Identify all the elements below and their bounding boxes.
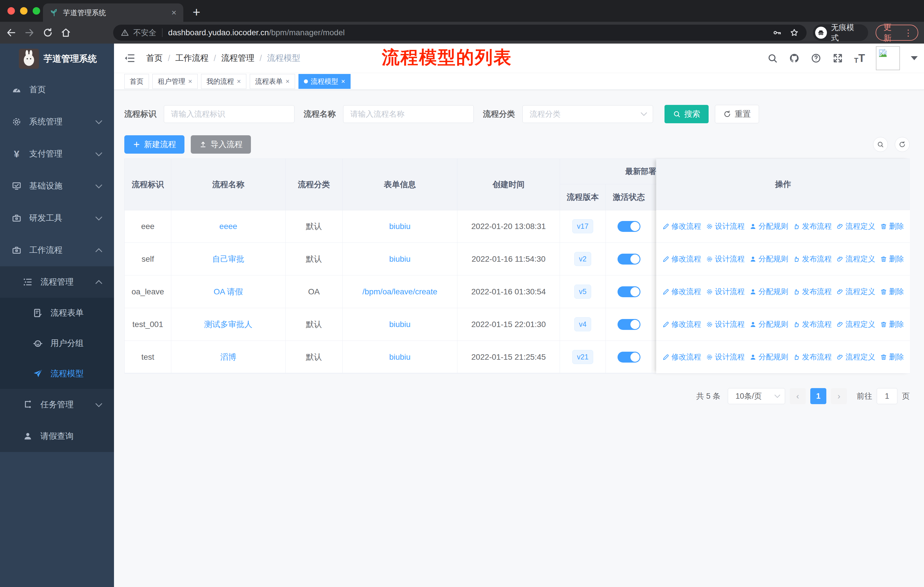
browser-menu-icon[interactable]: ⋮ (904, 28, 912, 38)
process-name-input[interactable] (343, 105, 474, 123)
browser-update-button[interactable]: 更新 ⋮ (876, 25, 918, 41)
github-icon[interactable] (789, 53, 800, 64)
form-link[interactable]: biubiu (389, 320, 411, 329)
design-process-link[interactable]: 设计流程 (706, 287, 745, 297)
back-icon[interactable] (6, 27, 16, 38)
tag-home[interactable]: 首页 (124, 74, 149, 89)
assign-rule-link[interactable]: 分配规则 (749, 352, 788, 362)
process-definition-link[interactable]: 流程定义 (837, 352, 875, 362)
process-id-input[interactable] (164, 105, 294, 123)
sidebar-item-workflow[interactable]: 工作流程 (0, 234, 114, 266)
publish-process-link[interactable]: 发布流程 (793, 352, 832, 362)
edit-process-link[interactable]: 修改流程 (662, 319, 701, 329)
window-minimize-button[interactable] (20, 7, 28, 15)
page-1-button[interactable]: 1 (810, 388, 826, 404)
active-toggle[interactable] (617, 352, 640, 362)
design-process-link[interactable]: 设计流程 (706, 254, 745, 264)
delete-link[interactable]: 删除 (880, 221, 904, 231)
design-process-link[interactable]: 设计流程 (706, 352, 745, 362)
publish-process-link[interactable]: 发布流程 (793, 221, 832, 231)
avatar-caret-icon[interactable] (911, 56, 918, 60)
publish-process-link[interactable]: 发布流程 (793, 254, 832, 264)
page-size-select[interactable]: 10条/页 (728, 388, 785, 404)
process-definition-link[interactable]: 流程定义 (837, 319, 875, 329)
delete-link[interactable]: 删除 (880, 319, 904, 329)
sidebar-item-leave-query[interactable]: 请假查询 (0, 420, 114, 452)
sidebar-item-infra[interactable]: 基础设施 (0, 170, 114, 202)
design-process-link[interactable]: 设计流程 (706, 319, 745, 329)
bookmark-star-icon[interactable] (789, 28, 799, 38)
tag-close-icon[interactable]: × (237, 78, 241, 85)
tag-tenant[interactable]: 租户管理 × (152, 74, 198, 89)
edit-process-link[interactable]: 修改流程 (662, 221, 701, 231)
active-toggle[interactable] (617, 286, 640, 297)
goto-page-input[interactable] (877, 388, 898, 404)
refresh-table-icon-button[interactable] (895, 137, 910, 152)
password-key-icon[interactable] (772, 28, 782, 38)
sidebar-item-devtools[interactable]: 研发工具 (0, 202, 114, 234)
header-search-icon[interactable] (767, 53, 778, 64)
sidebar-item-process-model[interactable]: 流程模型 (0, 359, 114, 389)
home-icon[interactable] (60, 27, 71, 38)
form-link[interactable]: biubiu (389, 222, 411, 231)
tag-process-model-active[interactable]: 流程模型 × (299, 74, 351, 89)
browser-tab[interactable]: 芋道管理系统 × (43, 3, 183, 22)
window-close-button[interactable] (7, 7, 15, 15)
edit-process-link[interactable]: 修改流程 (662, 352, 701, 362)
assign-rule-link[interactable]: 分配规则 (749, 254, 788, 264)
process-definition-link[interactable]: 流程定义 (837, 221, 875, 231)
sidebar-item-process-form[interactable]: 流程表单 (0, 298, 114, 328)
tag-close-icon[interactable]: × (341, 78, 345, 85)
process-name-link[interactable]: 自己审批 (212, 254, 244, 265)
process-definition-link[interactable]: 流程定义 (837, 287, 875, 297)
sidebar-item-home[interactable]: 首页 (0, 74, 114, 106)
create-process-button[interactable]: 新建流程 (124, 135, 185, 154)
search-button[interactable]: 搜索 (665, 105, 709, 123)
active-toggle[interactable] (617, 254, 640, 265)
toggle-search-icon-button[interactable] (873, 137, 888, 152)
fullscreen-icon[interactable] (832, 53, 843, 64)
delete-link[interactable]: 删除 (880, 254, 904, 264)
window-zoom-button[interactable] (33, 7, 40, 15)
delete-link[interactable]: 删除 (880, 352, 904, 362)
category-select[interactable]: 流程分类 (522, 105, 653, 123)
breadcrumb-item[interactable]: 首页 (146, 53, 163, 64)
publish-process-link[interactable]: 发布流程 (793, 319, 832, 329)
sidebar-fold-icon[interactable] (124, 53, 135, 64)
form-link[interactable]: /bpm/oa/leave/create (362, 287, 437, 296)
delete-link[interactable]: 删除 (880, 287, 904, 297)
process-name-link[interactable]: 滔博 (220, 352, 236, 362)
assign-rule-link[interactable]: 分配规则 (749, 319, 788, 329)
avatar[interactable] (876, 46, 900, 70)
assign-rule-link[interactable]: 分配规则 (749, 221, 788, 231)
tag-close-icon[interactable]: × (285, 78, 290, 85)
tag-close-icon[interactable]: × (188, 78, 192, 85)
help-icon[interactable] (810, 53, 822, 64)
new-tab-button[interactable]: + (188, 4, 205, 20)
active-toggle[interactable] (617, 221, 640, 232)
tab-close-icon[interactable]: × (171, 8, 177, 17)
edit-process-link[interactable]: 修改流程 (662, 254, 701, 264)
process-name-link[interactable]: OA 请假 (214, 286, 243, 297)
publish-process-link[interactable]: 发布流程 (793, 287, 832, 297)
breadcrumb-item[interactable]: 工作流程 (175, 53, 208, 64)
edit-process-link[interactable]: 修改流程 (662, 287, 701, 297)
breadcrumb-item[interactable]: 流程管理 (221, 53, 254, 64)
sidebar-item-user-group[interactable]: 用户分组 (0, 328, 114, 359)
prev-page-button[interactable]: ‹ (790, 388, 806, 404)
active-toggle[interactable] (617, 319, 640, 330)
tag-process-form[interactable]: 流程表单 × (250, 74, 295, 89)
sidebar-item-system[interactable]: 系统管理 (0, 106, 114, 138)
process-name-link[interactable]: eeee (219, 222, 237, 231)
design-process-link[interactable]: 设计流程 (706, 221, 745, 231)
import-process-button[interactable]: 导入流程 (191, 135, 251, 154)
sidebar-item-pay[interactable]: ¥ 支付管理 (0, 138, 114, 170)
next-page-button[interactable]: › (831, 388, 847, 404)
form-link[interactable]: biubiu (389, 255, 411, 264)
font-size-icon[interactable]: TT (854, 52, 865, 64)
process-definition-link[interactable]: 流程定义 (837, 254, 875, 264)
tag-my-process[interactable]: 我的流程 × (201, 74, 246, 89)
address-bar[interactable]: 不安全 dashboard.yudao.iocoder.cn/bpm/manag… (113, 25, 807, 41)
reset-button[interactable]: 重置 (715, 105, 759, 123)
reload-icon[interactable] (42, 27, 53, 38)
